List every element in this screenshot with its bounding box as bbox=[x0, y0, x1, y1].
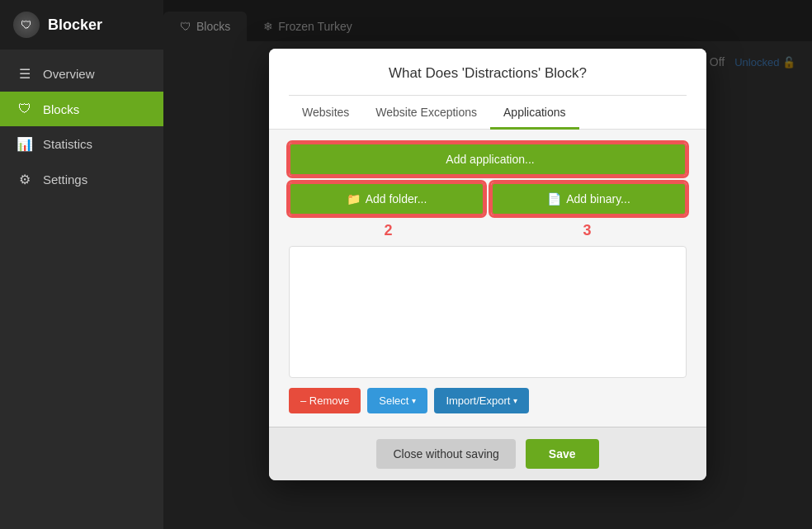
add-folder-button[interactable]: 📁 Add folder... bbox=[289, 182, 484, 215]
sidebar-label-blocks: Blocks bbox=[43, 102, 79, 116]
badge-2: 2 bbox=[384, 222, 392, 239]
modal-footer: Close without saving Save bbox=[269, 427, 706, 480]
folder-icon: 📁 bbox=[347, 192, 361, 205]
add-application-button[interactable]: Add application... bbox=[289, 143, 687, 176]
overview-icon: ☰ bbox=[17, 66, 33, 82]
sidebar-nav: ☰ Overview 🛡 Blocks 📊 Statistics ⚙ Setti… bbox=[0, 56, 163, 197]
sidebar-label-overview: Overview bbox=[43, 67, 95, 81]
import-export-chevron-icon: ▾ bbox=[513, 396, 517, 405]
close-without-saving-button[interactable]: Close without saving bbox=[376, 439, 515, 469]
import-export-button[interactable]: Import/Export ▾ bbox=[434, 388, 529, 413]
modal-title: What Does 'Distractions' Block? bbox=[289, 65, 687, 96]
blocks-icon: 🛡 bbox=[17, 102, 33, 116]
sidebar-item-blocks[interactable]: 🛡 Blocks bbox=[0, 92, 163, 126]
badge-row: 2 3 bbox=[289, 222, 687, 239]
sidebar-label-settings: Settings bbox=[43, 172, 87, 187]
action-row: – Remove Select ▾ Import/Export ▾ bbox=[289, 388, 687, 413]
sidebar-item-statistics[interactable]: 📊 Statistics bbox=[0, 126, 163, 162]
statistics-icon: 📊 bbox=[17, 136, 33, 152]
settings-icon: ⚙ bbox=[17, 172, 33, 187]
modal-title-bar: What Does 'Distractions' Block? bbox=[269, 49, 706, 96]
modal-body: Add application... 📁 Add folder... 📄 Add… bbox=[269, 130, 706, 427]
sidebar-item-settings[interactable]: ⚙ Settings bbox=[0, 162, 163, 197]
modal-dialog: What Does 'Distractions' Block? Websites… bbox=[269, 49, 706, 480]
sidebar-item-overview[interactable]: ☰ Overview bbox=[0, 56, 163, 92]
sidebar-label-statistics: Statistics bbox=[43, 137, 92, 151]
modal-tab-applications[interactable]: Applications bbox=[490, 96, 579, 129]
app-header: 🛡 Blocker bbox=[0, 0, 163, 50]
applications-list bbox=[289, 246, 687, 378]
badge-3: 3 bbox=[583, 222, 591, 239]
main-content: 🛡 Blocks ❄ Frozen Turkey ≡ Off Unlocked … bbox=[163, 0, 812, 529]
modal-tab-website-exceptions[interactable]: Website Exceptions bbox=[362, 96, 490, 129]
add-binary-button[interactable]: 📄 Add binary... bbox=[491, 182, 687, 215]
modal-tabs: Websites Website Exceptions Applications bbox=[269, 96, 706, 130]
app-name: Blocker bbox=[48, 17, 102, 34]
sidebar: 🛡 Blocker ☰ Overview 🛡 Blocks 📊 Statisti… bbox=[0, 0, 163, 529]
logo-icon: 🛡 bbox=[21, 18, 32, 31]
save-button[interactable]: Save bbox=[526, 439, 599, 469]
app-logo: 🛡 bbox=[13, 12, 40, 38]
select-chevron-icon: ▾ bbox=[412, 396, 416, 405]
binary-icon: 📄 bbox=[547, 192, 561, 205]
select-button[interactable]: Select ▾ bbox=[367, 388, 427, 413]
modal-tab-websites[interactable]: Websites bbox=[289, 96, 362, 129]
modal-overlay: What Does 'Distractions' Block? Websites… bbox=[163, 0, 812, 529]
add-folder-binary-row: 📁 Add folder... 📄 Add binary... bbox=[289, 182, 687, 215]
remove-button[interactable]: – Remove bbox=[289, 388, 361, 413]
